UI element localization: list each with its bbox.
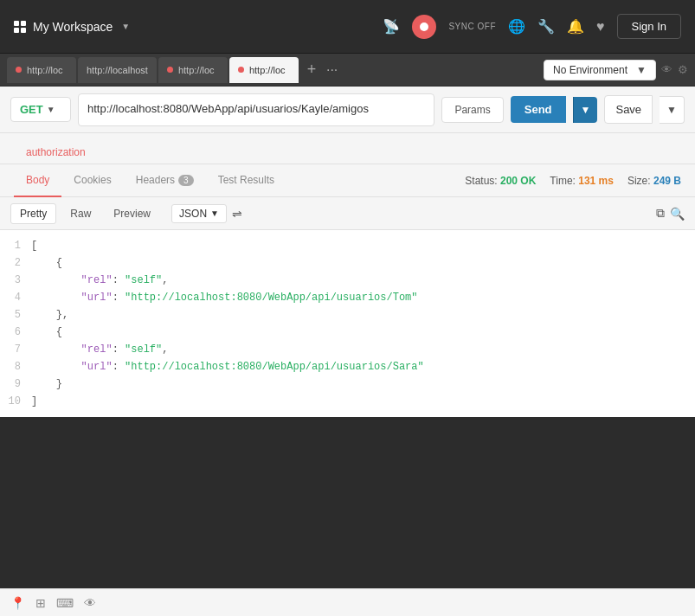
tab-text-1: http://loc (27, 65, 68, 75)
send-dropdown-button[interactable]: ▼ (573, 97, 598, 123)
params-button[interactable]: Params (441, 97, 503, 123)
env-settings-icon[interactable]: ⚙ (678, 63, 688, 76)
tabs-bar: http://loc http://localhost http://loc h… (0, 54, 695, 87)
bottom-bar: 📍 ⊞ ⌨ 👁 (0, 588, 695, 616)
top-bar: My Workspace ▼ 📡 SYNC OFF 🌐 🔧 🔔 ♥ Sign I… (0, 0, 695, 54)
headers-count-badge: 3 (178, 175, 194, 186)
environment-dropdown[interactable]: No Environment ▼ (544, 60, 656, 80)
method-label: GET (20, 103, 43, 116)
authorization-link[interactable]: authorization (14, 141, 98, 164)
json-format-label: JSON (179, 208, 207, 220)
url-input[interactable]: http://localhost:8080/WebApp/api/usuario… (78, 93, 434, 126)
status-info: Status: 200 OK Time: 131 ms Size: 249 B (465, 175, 681, 187)
status-label: Status: 200 OK (465, 175, 536, 187)
response-tabs-bar: Body Cookies Headers 3 Test Results Stat… (0, 164, 695, 197)
tab-4[interactable]: http://loc (229, 57, 299, 83)
tab-1[interactable]: http://loc (7, 57, 76, 83)
tab-text-2: http://localhost (87, 65, 148, 75)
keyboard-icon[interactable]: ⌨ (56, 596, 74, 610)
url-text: http://localhost:8080/WebApp/api/usuario… (87, 102, 369, 117)
sync-label: SYNC OFF (448, 22, 496, 31)
fmt-tab-pretty[interactable]: Pretty (10, 203, 56, 224)
json-chevron-icon: ▼ (210, 209, 219, 218)
location-icon[interactable]: 📍 (10, 596, 25, 610)
env-eye-icon[interactable]: 👁 (661, 63, 672, 76)
workspace-selector[interactable]: My Workspace ▼ (14, 20, 130, 34)
json-response-body: 1 [ 2 { 3 "rel": "self", 4 "url": "http:… (0, 230, 695, 417)
tab-dot-3 (167, 67, 173, 73)
globe-icon[interactable]: 🌐 (508, 18, 525, 35)
environment-section: No Environment ▼ 👁 ⚙ (544, 60, 688, 80)
grid-icon (14, 21, 26, 33)
search-icon[interactable]: 🔍 (670, 207, 685, 221)
columns-icon[interactable]: ⊞ (35, 596, 46, 610)
filter-icon[interactable]: ⇌ (232, 207, 242, 221)
more-tabs-icon[interactable]: ··· (323, 62, 341, 78)
fmt-tab-preview[interactable]: Preview (105, 204, 159, 223)
resp-tab-headers[interactable]: Headers 3 (124, 164, 206, 197)
tab-text-3: http://loc (178, 65, 219, 75)
url-bar: GET ▼ http://localhost:8080/WebApp/api/u… (0, 87, 695, 133)
resp-tab-cookies[interactable]: Cookies (61, 164, 123, 197)
new-tab-button[interactable]: + (300, 59, 323, 81)
method-selector[interactable]: GET ▼ (10, 97, 71, 122)
tab-dot-1 (16, 67, 22, 73)
json-line-1: 1 [ (0, 237, 695, 254)
size-label: Size: 249 B (627, 175, 681, 187)
request-tabs: authorization (0, 133, 695, 164)
copy-icon[interactable]: ⧉ (656, 206, 665, 221)
satellite-icon[interactable]: 📡 (383, 18, 400, 35)
tab-text-4: http://loc (249, 65, 290, 75)
workspace-chevron-icon: ▼ (121, 22, 130, 31)
json-line-3: 3 "rel": "self", (0, 272, 695, 289)
json-format-dropdown[interactable]: JSON ▼ (171, 204, 227, 223)
json-line-6: 6 { (0, 324, 695, 341)
size-value: 249 B (653, 175, 681, 187)
eye-bottom-icon[interactable]: 👁 (84, 596, 96, 610)
save-dropdown-button[interactable]: ▼ (660, 96, 685, 124)
fmt-tab-raw[interactable]: Raw (61, 204, 100, 223)
topbar-icons: 📡 SYNC OFF 🌐 🔧 🔔 ♥ Sign In (383, 14, 681, 39)
resp-tab-body[interactable]: Body (14, 164, 61, 197)
json-line-5: 5 }, (0, 306, 695, 324)
json-line-2: 2 { (0, 254, 695, 272)
sync-status: SYNC OFF (448, 22, 496, 31)
heart-icon[interactable]: ♥ (596, 19, 605, 35)
save-button[interactable]: Save (604, 95, 653, 124)
json-line-4: 4 "url": "http://localhost:8080/WebApp/a… (0, 289, 695, 306)
json-line-10: 10 ] (0, 393, 695, 410)
tab-dot-4 (238, 67, 244, 73)
time-label: Time: 131 ms (550, 175, 614, 187)
tab-2[interactable]: http://localhost (78, 57, 157, 83)
env-chevron-icon: ▼ (636, 64, 647, 76)
method-chevron-icon: ▼ (47, 105, 55, 114)
resp-tab-test-results[interactable]: Test Results (206, 164, 286, 197)
env-label: No Environment (553, 64, 627, 76)
format-bar: Pretty Raw Preview JSON ▼ ⇌ ⧉ 🔍 (0, 197, 695, 230)
time-value: 131 ms (578, 175, 614, 187)
json-line-8: 8 "url": "http://localhost:8080/WebApp/a… (0, 358, 695, 375)
json-line-9: 9 } (0, 375, 695, 393)
bell-icon[interactable]: 🔔 (567, 18, 584, 35)
sign-in-button[interactable]: Sign In (617, 14, 681, 39)
main-content: Body Cookies Headers 3 Test Results Stat… (0, 164, 695, 417)
send-button[interactable]: Send (511, 96, 566, 123)
json-line-7: 7 "rel": "self", (0, 341, 695, 358)
status-value: 200 OK (500, 175, 536, 187)
tab-3[interactable]: http://loc (158, 57, 228, 83)
record-button[interactable] (412, 15, 436, 39)
wrench-icon[interactable]: 🔧 (537, 18, 555, 35)
workspace-label: My Workspace (33, 20, 113, 34)
